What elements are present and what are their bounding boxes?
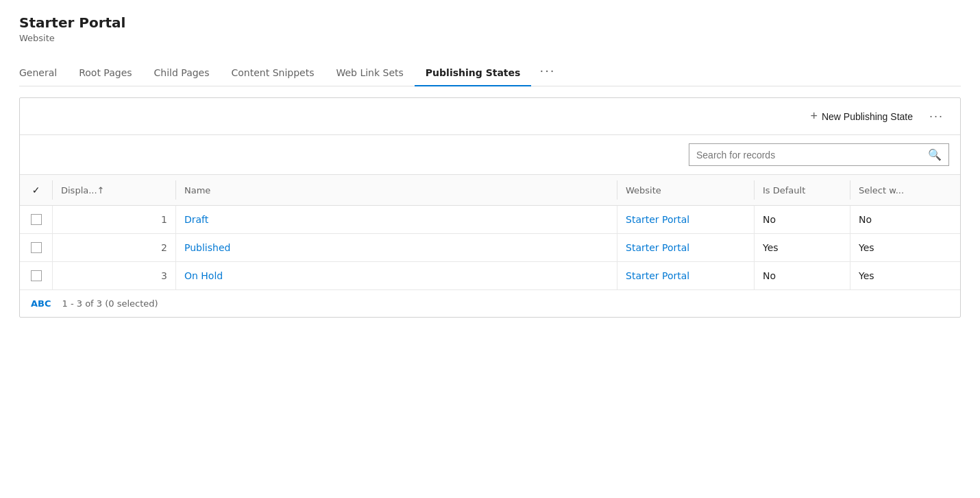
search-row: 🔍 bbox=[20, 135, 960, 174]
table-header: ✓ Displa...↑ Name Website Is Default Sel… bbox=[20, 174, 960, 206]
row3-website[interactable]: Starter Portal bbox=[617, 262, 755, 289]
table-row: 1 Draft Starter Portal No No bbox=[20, 206, 960, 234]
toolbar-more-button[interactable]: ··· bbox=[924, 106, 949, 126]
row1-name[interactable]: Draft bbox=[176, 206, 617, 233]
search-icon: 🔍 bbox=[928, 149, 942, 161]
checkbox[interactable] bbox=[31, 214, 42, 225]
search-button[interactable]: 🔍 bbox=[921, 144, 948, 165]
row2-name[interactable]: Published bbox=[176, 234, 617, 261]
row2-display: 2 bbox=[53, 234, 176, 261]
new-btn-label: New Publishing State bbox=[822, 111, 913, 122]
row1-website[interactable]: Starter Portal bbox=[617, 206, 755, 233]
th-select-w[interactable]: Select w... bbox=[850, 180, 960, 200]
checkbox[interactable] bbox=[31, 242, 42, 253]
search-input[interactable] bbox=[689, 145, 921, 165]
tabs-bar: General Root Pages Child Pages Content S… bbox=[19, 57, 961, 86]
search-box: 🔍 bbox=[689, 143, 949, 166]
th-is-default[interactable]: Is Default bbox=[755, 180, 850, 200]
th-website[interactable]: Website bbox=[617, 180, 755, 200]
page-container: Starter Portal Website General Root Page… bbox=[0, 0, 980, 331]
th-checkbox: ✓ bbox=[20, 180, 53, 200]
th-name[interactable]: Name bbox=[176, 180, 617, 200]
tab-more-icon[interactable]: ··· bbox=[531, 57, 563, 86]
tab-web-link-sets[interactable]: Web Link Sets bbox=[325, 60, 414, 86]
app-subtitle: Website bbox=[19, 33, 961, 43]
content-panel: + New Publishing State ··· 🔍 ✓ bbox=[19, 97, 961, 318]
check-icon: ✓ bbox=[32, 185, 40, 195]
row1-is-default: No bbox=[755, 206, 850, 233]
row2-select-w: Yes bbox=[850, 234, 960, 261]
new-publishing-state-button[interactable]: + New Publishing State bbox=[805, 106, 918, 126]
tab-general[interactable]: General bbox=[19, 60, 68, 86]
row2-checkbox[interactable] bbox=[20, 234, 53, 261]
row2-website[interactable]: Starter Portal bbox=[617, 234, 755, 261]
row2-is-default: Yes bbox=[755, 234, 850, 261]
th-display[interactable]: Displa...↑ bbox=[53, 180, 176, 200]
table-container: ✓ Displa...↑ Name Website Is Default Sel… bbox=[20, 174, 960, 290]
plus-icon: + bbox=[810, 109, 818, 123]
tab-child-pages[interactable]: Child Pages bbox=[143, 60, 221, 86]
row1-select-w: No bbox=[850, 206, 960, 233]
row1-checkbox[interactable] bbox=[20, 206, 53, 233]
row3-select-w: Yes bbox=[850, 262, 960, 289]
header: Starter Portal Website bbox=[19, 14, 961, 43]
checkbox[interactable] bbox=[31, 270, 42, 281]
row3-display: 3 bbox=[53, 262, 176, 289]
footer-count: 1 - 3 of 3 (0 selected) bbox=[62, 298, 158, 309]
panel-toolbar: + New Publishing State ··· bbox=[20, 98, 960, 134]
row1-display: 1 bbox=[53, 206, 176, 233]
row3-is-default: No bbox=[755, 262, 850, 289]
row3-checkbox[interactable] bbox=[20, 262, 53, 289]
row3-name[interactable]: On Hold bbox=[176, 262, 617, 289]
tab-content-snippets[interactable]: Content Snippets bbox=[221, 60, 326, 86]
table-row: 3 On Hold Starter Portal No Yes bbox=[20, 262, 960, 290]
tab-root-pages[interactable]: Root Pages bbox=[68, 60, 143, 86]
tab-publishing-states[interactable]: Publishing States bbox=[415, 60, 532, 86]
table-footer: ABC 1 - 3 of 3 (0 selected) bbox=[20, 290, 960, 317]
app-title: Starter Portal bbox=[19, 14, 961, 32]
footer-abc[interactable]: ABC bbox=[31, 298, 51, 309]
table-row: 2 Published Starter Portal Yes Yes bbox=[20, 234, 960, 262]
